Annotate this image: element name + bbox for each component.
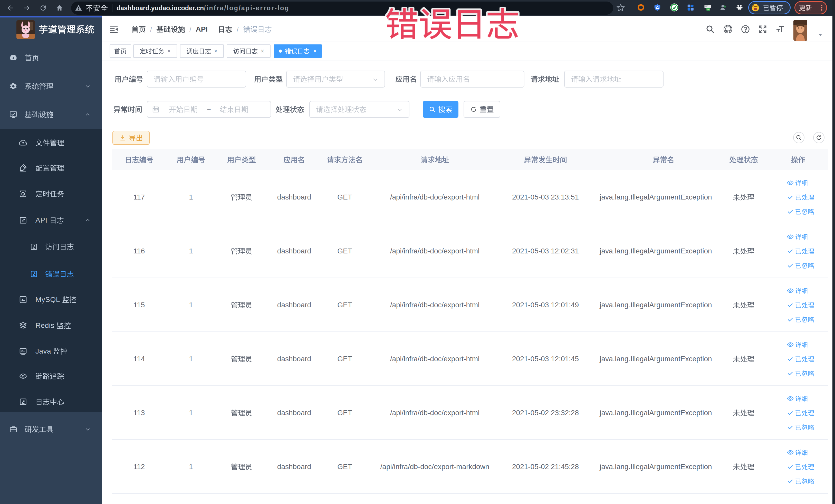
svg-text:on: on xyxy=(707,8,710,11)
